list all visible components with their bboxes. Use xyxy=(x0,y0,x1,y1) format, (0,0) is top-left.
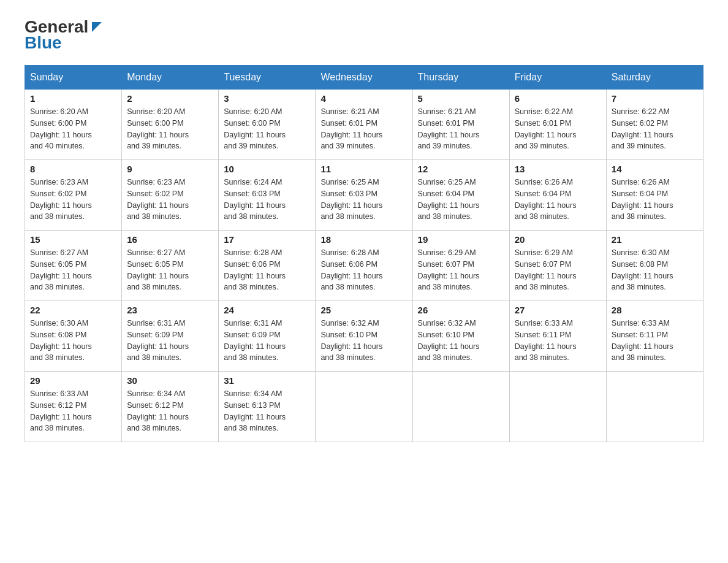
day-info: Sunrise: 6:20 AM Sunset: 6:00 PM Dayligh… xyxy=(127,106,213,152)
day-info: Sunrise: 6:29 AM Sunset: 6:07 PM Dayligh… xyxy=(515,247,601,293)
day-header-tuesday: Tuesday xyxy=(219,66,316,90)
calendar-cell: 3 Sunrise: 6:20 AM Sunset: 6:00 PM Dayli… xyxy=(219,90,316,160)
day-number: 31 xyxy=(224,375,310,386)
logo-blue: Blue xyxy=(25,33,62,53)
calendar-cell xyxy=(412,372,509,442)
day-number: 23 xyxy=(127,305,213,315)
day-info: Sunrise: 6:21 AM Sunset: 6:01 PM Dayligh… xyxy=(418,106,504,152)
calendar-cell: 23 Sunrise: 6:31 AM Sunset: 6:09 PM Dayl… xyxy=(122,301,219,372)
day-info: Sunrise: 6:33 AM Sunset: 6:12 PM Dayligh… xyxy=(30,388,116,434)
calendar-cell: 21 Sunrise: 6:30 AM Sunset: 6:08 PM Dayl… xyxy=(606,231,703,301)
day-info: Sunrise: 6:20 AM Sunset: 6:00 PM Dayligh… xyxy=(224,106,310,152)
day-header-thursday: Thursday xyxy=(412,66,509,90)
calendar-cell: 26 Sunrise: 6:32 AM Sunset: 6:10 PM Dayl… xyxy=(412,301,509,372)
day-number: 29 xyxy=(30,375,116,386)
day-info: Sunrise: 6:24 AM Sunset: 6:03 PM Dayligh… xyxy=(224,177,310,223)
calendar-cell xyxy=(606,372,703,442)
day-info: Sunrise: 6:25 AM Sunset: 6:04 PM Dayligh… xyxy=(418,177,504,223)
day-number: 5 xyxy=(418,93,504,104)
day-info: Sunrise: 6:33 AM Sunset: 6:11 PM Dayligh… xyxy=(515,318,601,364)
logo: General Blue xyxy=(25,18,103,53)
calendar-cell: 4 Sunrise: 6:21 AM Sunset: 6:01 PM Dayli… xyxy=(316,90,412,160)
day-info: Sunrise: 6:30 AM Sunset: 6:08 PM Dayligh… xyxy=(30,318,116,364)
day-info: Sunrise: 6:20 AM Sunset: 6:00 PM Dayligh… xyxy=(30,106,116,152)
day-info: Sunrise: 6:32 AM Sunset: 6:10 PM Dayligh… xyxy=(418,318,504,364)
day-number: 21 xyxy=(612,234,698,245)
day-number: 1 xyxy=(30,93,116,104)
calendar-cell: 30 Sunrise: 6:34 AM Sunset: 6:12 PM Dayl… xyxy=(122,372,219,442)
calendar-cell: 22 Sunrise: 6:30 AM Sunset: 6:08 PM Dayl… xyxy=(25,301,122,372)
day-header-wednesday: Wednesday xyxy=(316,66,412,90)
day-info: Sunrise: 6:28 AM Sunset: 6:06 PM Dayligh… xyxy=(224,247,310,293)
day-info: Sunrise: 6:26 AM Sunset: 6:04 PM Dayligh… xyxy=(612,177,698,223)
week-row-5: 29 Sunrise: 6:33 AM Sunset: 6:12 PM Dayl… xyxy=(25,372,703,442)
calendar-cell: 5 Sunrise: 6:21 AM Sunset: 6:01 PM Dayli… xyxy=(412,90,509,160)
day-info: Sunrise: 6:21 AM Sunset: 6:01 PM Dayligh… xyxy=(320,106,407,152)
calendar-cell: 12 Sunrise: 6:25 AM Sunset: 6:04 PM Dayl… xyxy=(412,160,509,231)
day-info: Sunrise: 6:30 AM Sunset: 6:08 PM Dayligh… xyxy=(612,247,698,293)
day-header-saturday: Saturday xyxy=(606,66,703,90)
calendar-cell xyxy=(316,372,412,442)
day-info: Sunrise: 6:23 AM Sunset: 6:02 PM Dayligh… xyxy=(127,177,213,223)
day-info: Sunrise: 6:22 AM Sunset: 6:02 PM Dayligh… xyxy=(612,106,698,152)
day-info: Sunrise: 6:27 AM Sunset: 6:05 PM Dayligh… xyxy=(127,247,213,293)
day-number: 17 xyxy=(224,234,310,245)
day-number: 20 xyxy=(515,234,601,245)
day-info: Sunrise: 6:29 AM Sunset: 6:07 PM Dayligh… xyxy=(418,247,504,293)
day-number: 14 xyxy=(612,164,698,174)
day-number: 26 xyxy=(418,305,504,315)
day-info: Sunrise: 6:34 AM Sunset: 6:12 PM Dayligh… xyxy=(127,388,213,434)
day-info: Sunrise: 6:33 AM Sunset: 6:11 PM Dayligh… xyxy=(612,318,698,364)
calendar-cell: 28 Sunrise: 6:33 AM Sunset: 6:11 PM Dayl… xyxy=(606,301,703,372)
day-number: 18 xyxy=(320,234,407,245)
calendar-cell: 10 Sunrise: 6:24 AM Sunset: 6:03 PM Dayl… xyxy=(219,160,316,231)
day-info: Sunrise: 6:23 AM Sunset: 6:02 PM Dayligh… xyxy=(30,177,116,223)
calendar-cell: 14 Sunrise: 6:26 AM Sunset: 6:04 PM Dayl… xyxy=(606,160,703,231)
day-header-friday: Friday xyxy=(509,66,606,90)
day-number: 10 xyxy=(224,164,310,174)
day-info: Sunrise: 6:22 AM Sunset: 6:01 PM Dayligh… xyxy=(515,106,601,152)
day-header-sunday: Sunday xyxy=(25,66,122,90)
calendar-cell: 25 Sunrise: 6:32 AM Sunset: 6:10 PM Dayl… xyxy=(316,301,412,372)
calendar-cell: 2 Sunrise: 6:20 AM Sunset: 6:00 PM Dayli… xyxy=(122,90,219,160)
day-number: 4 xyxy=(320,93,407,104)
day-number: 22 xyxy=(30,305,116,315)
calendar-cell: 27 Sunrise: 6:33 AM Sunset: 6:11 PM Dayl… xyxy=(509,301,606,372)
day-number: 8 xyxy=(30,164,116,174)
calendar-cell xyxy=(509,372,606,442)
day-info: Sunrise: 6:25 AM Sunset: 6:03 PM Dayligh… xyxy=(320,177,407,223)
calendar-body: 1 Sunrise: 6:20 AM Sunset: 6:00 PM Dayli… xyxy=(25,90,703,442)
week-row-2: 8 Sunrise: 6:23 AM Sunset: 6:02 PM Dayli… xyxy=(25,160,703,231)
calendar-cell: 13 Sunrise: 6:26 AM Sunset: 6:04 PM Dayl… xyxy=(509,160,606,231)
day-number: 7 xyxy=(612,93,698,104)
day-info: Sunrise: 6:31 AM Sunset: 6:09 PM Dayligh… xyxy=(224,318,310,364)
day-header-monday: Monday xyxy=(122,66,219,90)
day-number: 2 xyxy=(127,93,213,104)
calendar-cell: 7 Sunrise: 6:22 AM Sunset: 6:02 PM Dayli… xyxy=(606,90,703,160)
day-number: 28 xyxy=(612,305,698,315)
day-number: 3 xyxy=(224,93,310,104)
logo-arrow-icon xyxy=(89,20,103,33)
day-number: 24 xyxy=(224,305,310,315)
day-number: 19 xyxy=(418,234,504,245)
calendar-cell: 17 Sunrise: 6:28 AM Sunset: 6:06 PM Dayl… xyxy=(219,231,316,301)
day-number: 15 xyxy=(30,234,116,245)
calendar-cell: 6 Sunrise: 6:22 AM Sunset: 6:01 PM Dayli… xyxy=(509,90,606,160)
day-number: 9 xyxy=(127,164,213,174)
day-number: 11 xyxy=(320,164,407,174)
svg-marker-0 xyxy=(92,22,102,32)
week-row-3: 15 Sunrise: 6:27 AM Sunset: 6:05 PM Dayl… xyxy=(25,231,703,301)
day-info: Sunrise: 6:31 AM Sunset: 6:09 PM Dayligh… xyxy=(127,318,213,364)
calendar-cell: 9 Sunrise: 6:23 AM Sunset: 6:02 PM Dayli… xyxy=(122,160,219,231)
day-info: Sunrise: 6:32 AM Sunset: 6:10 PM Dayligh… xyxy=(320,318,407,364)
day-info: Sunrise: 6:34 AM Sunset: 6:13 PM Dayligh… xyxy=(224,388,310,434)
day-info: Sunrise: 6:28 AM Sunset: 6:06 PM Dayligh… xyxy=(320,247,407,293)
day-number: 13 xyxy=(515,164,601,174)
day-info: Sunrise: 6:26 AM Sunset: 6:04 PM Dayligh… xyxy=(515,177,601,223)
week-row-4: 22 Sunrise: 6:30 AM Sunset: 6:08 PM Dayl… xyxy=(25,301,703,372)
calendar-cell: 19 Sunrise: 6:29 AM Sunset: 6:07 PM Dayl… xyxy=(412,231,509,301)
day-number: 6 xyxy=(515,93,601,104)
day-number: 12 xyxy=(418,164,504,174)
day-info: Sunrise: 6:27 AM Sunset: 6:05 PM Dayligh… xyxy=(30,247,116,293)
calendar-cell: 24 Sunrise: 6:31 AM Sunset: 6:09 PM Dayl… xyxy=(219,301,316,372)
